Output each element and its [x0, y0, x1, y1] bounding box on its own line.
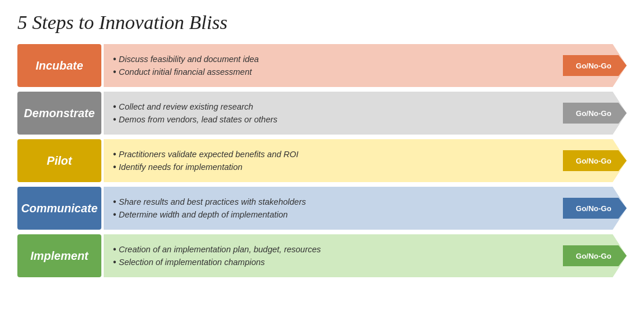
step-content-text-communicate: Share results and best practices with st… — [104, 191, 341, 226]
go-nogo-badge-communicate: Go/No-Go — [563, 198, 627, 219]
bullet-item: Creation of an implementation plan, budg… — [113, 243, 321, 256]
bullet-item: Practitioners validate expected benefits… — [113, 148, 298, 161]
go-nogo-wrap-implement: Go/No-Go — [563, 245, 627, 266]
go-nogo-badge-incubate: Go/No-Go — [563, 55, 627, 76]
bullet-item: Collect and review existing research — [113, 100, 277, 113]
step-label-implement: Implement — [17, 234, 101, 277]
step-content-wrap-incubate: Discuss feasibility and document ideaCon… — [104, 44, 627, 87]
bullet-item: Determine width and depth of implementat… — [113, 208, 306, 221]
step-row-communicate: CommunicateShare results and best practi… — [17, 187, 627, 230]
go-nogo-wrap-pilot: Go/No-Go — [563, 150, 627, 171]
page-title: 5 Steps to Innovation Bliss — [17, 12, 627, 34]
go-nogo-wrap-demonstrate: Go/No-Go — [563, 103, 627, 124]
step-label-incubate: Incubate — [17, 44, 101, 87]
step-content-wrap-pilot: Practitioners validate expected benefits… — [104, 139, 627, 182]
go-nogo-wrap-incubate: Go/No-Go — [563, 55, 627, 76]
bullet-item: Demos from vendors, lead states or other… — [113, 113, 277, 126]
step-row-incubate: IncubateDiscuss feasibility and document… — [17, 44, 627, 87]
go-nogo-wrap-communicate: Go/No-Go — [563, 198, 627, 219]
bullet-item: Selection of implementation champions — [113, 256, 321, 269]
step-content-text-implement: Creation of an implementation plan, budg… — [104, 238, 356, 273]
step-label-pilot: Pilot — [17, 139, 101, 182]
step-row-demonstrate: DemonstrateCollect and review existing r… — [17, 92, 627, 135]
step-content-text-demonstrate: Collect and review existing researchDemo… — [104, 96, 312, 130]
step-label-communicate: Communicate — [17, 187, 101, 230]
go-nogo-badge-demonstrate: Go/No-Go — [563, 103, 627, 124]
bullet-item: Identify needs for implementation — [113, 161, 298, 173]
bullet-item: Conduct initial financial assessment — [113, 66, 259, 78]
step-content-wrap-implement: Creation of an implementation plan, budg… — [104, 234, 627, 277]
step-label-demonstrate: Demonstrate — [17, 92, 101, 135]
bullet-item: Share results and best practices with st… — [113, 195, 306, 208]
step-row-pilot: PilotPractitioners validate expected ben… — [17, 139, 627, 182]
step-content-wrap-communicate: Share results and best practices with st… — [104, 187, 627, 230]
step-content-wrap-demonstrate: Collect and review existing researchDemo… — [104, 92, 627, 135]
go-nogo-badge-implement: Go/No-Go — [563, 245, 627, 266]
step-content-text-incubate: Discuss feasibility and document ideaCon… — [104, 48, 294, 83]
step-content-text-pilot: Practitioners validate expected benefits… — [104, 143, 333, 178]
steps-container: IncubateDiscuss feasibility and document… — [17, 44, 627, 277]
step-row-implement: ImplementCreation of an implementation p… — [17, 234, 627, 277]
bullet-item: Discuss feasibility and document idea — [113, 53, 259, 66]
go-nogo-badge-pilot: Go/No-Go — [563, 150, 627, 171]
